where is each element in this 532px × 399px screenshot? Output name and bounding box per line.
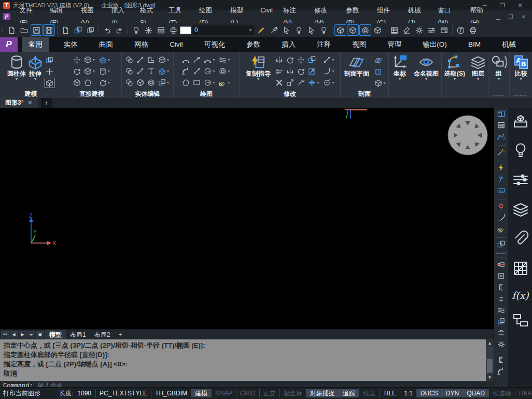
helix-button[interactable]: ▼ (218, 54, 232, 65)
line-button[interactable] (192, 66, 202, 76)
ribbon-tab[interactable]: 网格 (128, 37, 155, 52)
ribbon-tab[interactable]: 曲面 (92, 37, 120, 52)
fitting-part-icon[interactable] (497, 329, 505, 339)
live-section-button[interactable] (373, 55, 383, 65)
scroll-thumb[interactable] (487, 359, 493, 373)
visual-style-hidden-button[interactable] (347, 24, 359, 36)
interfere-button[interactable] (135, 77, 145, 88)
dm-rotate-button[interactable] (72, 66, 82, 76)
erase-button[interactable] (274, 77, 284, 88)
panel-label-modeling[interactable]: 建模 (0, 90, 62, 98)
fillet-button[interactable]: ▼ (322, 66, 336, 76)
color-swatch[interactable] (180, 26, 191, 34)
roughness-symbol-icon[interactable] (497, 175, 505, 185)
dm-pyramid-button[interactable] (83, 77, 93, 88)
redo-button[interactable] (114, 24, 125, 36)
chamfer-tool-icon[interactable] (497, 213, 505, 223)
save-button[interactable] (31, 24, 43, 36)
ellipse-button[interactable]: ▼ (203, 77, 217, 88)
match-properties-button[interactable] (256, 24, 268, 36)
select-cursor-button[interactable] (281, 24, 292, 36)
channel-part-icon[interactable] (497, 356, 505, 366)
drawing-viewport[interactable]: Z X Y (0, 108, 494, 329)
select-isolate-button[interactable] (293, 24, 305, 36)
dm-cone-button[interactable]: ▼ (98, 66, 112, 76)
mirror3d-button[interactable] (274, 54, 284, 65)
housing-part-icon[interactable] (497, 283, 505, 293)
intersect-button[interactable] (124, 77, 134, 88)
plot-button[interactable] (167, 24, 179, 36)
table-tool-icon[interactable] (497, 121, 505, 131)
add-layout-button[interactable]: + (115, 331, 125, 338)
union-button[interactable] (124, 54, 134, 65)
revision-cloud-button[interactable] (192, 54, 202, 65)
settings-panel-button[interactable] (426, 24, 438, 36)
page-setup-button[interactable] (467, 24, 479, 36)
mirror-button[interactable] (285, 66, 295, 76)
panel-label-solid-edit[interactable]: 实体编辑 (122, 90, 173, 98)
rotate-ref-button[interactable] (285, 54, 295, 65)
command-scrollbar[interactable]: ▲ ▼ (486, 339, 494, 381)
panel-label-draw[interactable]: 绘图 (174, 90, 239, 98)
coordinates-button[interactable]: 坐标▼ (392, 53, 408, 81)
section-settings-button[interactable] (373, 66, 383, 77)
first-layout-button[interactable]: ⏮ (1, 331, 9, 338)
shell-button[interactable] (146, 77, 156, 88)
viewport-tool-icon[interactable] (497, 110, 505, 120)
dm-edge-button[interactable]: ▼ (83, 66, 97, 76)
close-tab-icon[interactable]: ✕ (27, 99, 32, 106)
formula-icon[interactable]: f(x) (512, 290, 529, 301)
doc-restore-icon[interactable]: ❐ (509, 14, 513, 20)
status-toggle[interactable]: 追踪 (339, 389, 359, 397)
trim-button[interactable]: ▼ (322, 54, 336, 65)
copy-button[interactable] (307, 54, 317, 65)
ribbon-tab[interactable]: 参数 (240, 37, 267, 52)
materials-icon[interactable] (512, 112, 529, 131)
brightness-icon[interactable] (143, 24, 155, 36)
status-toggle[interactable]: PC_TEXTSTYLE (95, 389, 151, 397)
solid-edit-button[interactable]: ▼ (157, 54, 171, 65)
undo-button[interactable] (101, 24, 113, 36)
dm-history-button[interactable]: ▼ (98, 77, 112, 88)
donut-button[interactable]: ▼ (218, 66, 232, 76)
subtract-button[interactable] (124, 66, 134, 76)
status-toggle[interactable]: DYN (442, 389, 463, 397)
ribbon-tab[interactable]: BIM (461, 37, 487, 52)
status-toggle[interactable]: 1:1 (400, 389, 416, 397)
extend-button[interactable] (307, 66, 317, 76)
polygon-button[interactable] (181, 77, 191, 88)
ribbon-tab[interactable]: 可视化 (198, 37, 232, 52)
clean-screen-button[interactable] (401, 24, 413, 36)
stretch-button[interactable] (274, 66, 284, 76)
command-history[interactable]: 指定中心点，或 [三点 (3P)/二点 (2P)/相切-相切-半径 (TT)/椭… (0, 339, 494, 381)
lights-icon[interactable] (512, 142, 529, 161)
export-window-button[interactable] (438, 24, 450, 36)
ribbon-tab[interactable]: 注释 (310, 37, 338, 52)
ribbon-tab[interactable]: 机械 (495, 37, 523, 52)
status-toggle[interactable]: TILE (379, 389, 400, 397)
panel-label-direct-modeling[interactable]: 直接建模 (62, 90, 121, 98)
named-views-button[interactable]: 命名视图▼ (414, 53, 439, 81)
status-toggle[interactable]: DUCS (416, 389, 442, 397)
polysolid-button[interactable] (45, 55, 54, 65)
structure-diagram-icon[interactable] (512, 312, 529, 331)
extrude-face-button[interactable]: ▼ (157, 66, 171, 76)
status-toggle[interactable]: GRID (236, 389, 259, 397)
layout-tab[interactable]: 布局2 (90, 330, 115, 339)
chevron-down-icon[interactable]: ▼ (248, 28, 253, 33)
tolerance-box-icon[interactable] (497, 187, 505, 196)
toolbar-grip[interactable]: ⁞⁞ (1, 29, 5, 32)
ribbon-tab[interactable]: 常用 (22, 37, 49, 52)
status-toggle[interactable]: 对象捕捉 (306, 389, 339, 397)
loft-button[interactable] (45, 66, 54, 77)
panel-label-section[interactable]: 剖面 (341, 90, 388, 98)
restore-button[interactable]: ❐ (494, 2, 511, 9)
block-pattern-icon[interactable] (497, 318, 505, 327)
dm-box-button[interactable] (72, 77, 82, 88)
scroll-up-icon[interactable]: ▲ (486, 339, 494, 347)
circle-button[interactable]: ▼ (203, 66, 217, 76)
new-file-button[interactable] (6, 24, 18, 36)
save-as-button[interactable] (43, 24, 55, 36)
point-button[interactable]: ▼ (322, 77, 336, 88)
status-toggle[interactable]: QUAD (463, 389, 488, 397)
